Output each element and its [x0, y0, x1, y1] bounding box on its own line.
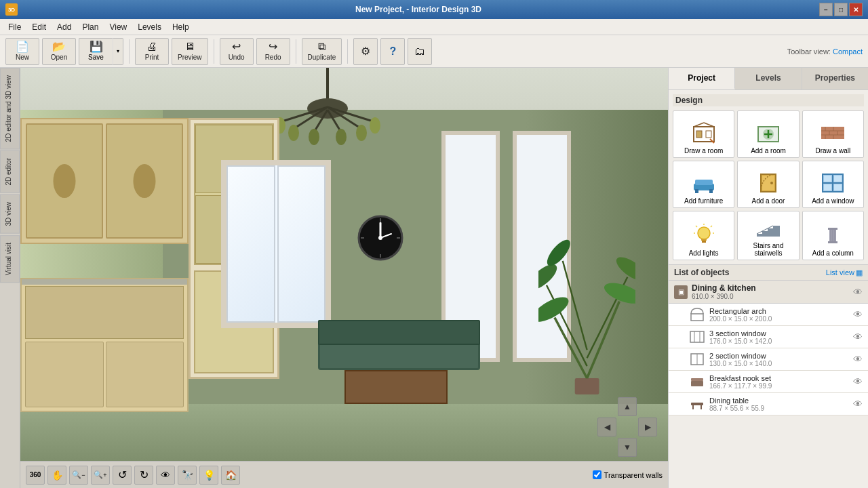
undo-button[interactable]: ↩ Undo	[220, 38, 254, 65]
separator-3	[296, 39, 296, 64]
2-window-visibility[interactable]: 👁	[853, 354, 863, 365]
zoom-out-button[interactable]: 🔍−	[69, 466, 88, 485]
menu-levels[interactable]: Levels	[132, 21, 167, 33]
item-rect-arch[interactable]: Rectangular arch 200.0 × 15.0 × 200.0 👁	[669, 304, 868, 326]
new-button[interactable]: 📄 New	[5, 38, 39, 65]
list-view-button[interactable]: List view ▦	[826, 268, 863, 277]
rotate-ccw-button[interactable]: ↺	[113, 466, 132, 485]
item-2-section-window[interactable]: 2 section window 130.0 × 15.0 × 140.0 👁	[669, 348, 868, 371]
nook-visibility[interactable]: 👁	[853, 376, 863, 387]
compact-link[interactable]: Compact	[833, 47, 863, 56]
svg-rect-37	[706, 131, 711, 138]
walk-button[interactable]: 🔭	[178, 466, 197, 485]
tab-project[interactable]: Project	[669, 68, 735, 89]
svg-point-13	[336, 129, 347, 145]
add-furniture-button[interactable]: Add furniture	[673, 161, 734, 208]
look-button[interactable]: 👁	[156, 466, 175, 485]
menu-help[interactable]: Help	[167, 21, 195, 33]
svg-line-72	[696, 226, 697, 227]
settings-button[interactable]: ⚙	[353, 38, 378, 65]
navigation-arrows: ▲ ◀ ▶ ▼	[597, 397, 657, 457]
add-window-icon	[819, 171, 846, 195]
svg-rect-43	[821, 127, 844, 139]
rotate-cw-button[interactable]: ↻	[134, 466, 153, 485]
maximize-button[interactable]: □	[834, 3, 848, 16]
toolbar: 📄 New 📂 Open 💾 Save ▾ 🖨 Print 🖥 Preview …	[0, 35, 868, 68]
item-3-section-window[interactable]: 3 section window 176.0 × 15.0 × 142.0 👁	[669, 326, 868, 348]
group-dining-visibility[interactable]: 👁	[853, 287, 863, 298]
tab-properties[interactable]: Properties	[802, 68, 868, 89]
print-icon: 🖨	[146, 41, 157, 52]
new-icon: 📄	[16, 41, 29, 52]
dining-table-visibility[interactable]: 👁	[853, 399, 863, 409]
menu-add[interactable]: Add	[52, 21, 77, 33]
menu-plan[interactable]: Plan	[77, 21, 104, 33]
tab-levels[interactable]: Levels	[735, 68, 802, 89]
draw-wall-button[interactable]: Draw a wall	[802, 110, 864, 158]
separator-2	[214, 39, 214, 64]
add-lights-button[interactable]: Add lights	[673, 211, 734, 260]
arch-visibility[interactable]: 👁	[853, 309, 863, 320]
menu-file[interactable]: File	[3, 21, 26, 33]
gallery-icon: 🗂	[414, 46, 425, 57]
tab-2d-3d-view[interactable]: 2D editor and 3D view	[0, 68, 20, 149]
objects-section-title: List of objects	[674, 268, 729, 277]
home-button[interactable]: 🏠	[221, 466, 240, 485]
save-icon: 💾	[90, 41, 103, 52]
objects-list[interactable]: ▣ Dining & kitchen 610.0 × 390.0 👁 Recta…	[669, 281, 868, 488]
menu-edit[interactable]: Edit	[26, 21, 52, 33]
svg-line-80	[762, 228, 768, 231]
minimize-button[interactable]: −	[819, 3, 833, 16]
help-button[interactable]: ?	[380, 38, 405, 65]
add-door-button[interactable]: Add a door	[737, 161, 799, 208]
item-dining-table[interactable]: Dining table 88.7 × 55.6 × 55.9 👁	[669, 393, 868, 415]
save-button[interactable]: 💾 Save	[79, 38, 113, 65]
item-breakfast-nook[interactable]: Breakfast nook set 166.7 × 117.7 × 99.9 …	[669, 371, 868, 393]
svg-rect-36	[696, 131, 702, 138]
group-dining-kitchen[interactable]: ▣ Dining & kitchen 610.0 × 390.0 👁	[669, 281, 868, 304]
svg-rect-77	[768, 228, 773, 237]
undo-label: Undo	[229, 54, 245, 61]
arch-name: Rectangular arch	[709, 307, 849, 315]
menu-view[interactable]: View	[104, 21, 132, 33]
bench-back	[318, 320, 480, 345]
duplicate-button[interactable]: ⧉ Duplicate	[302, 38, 342, 65]
viewport[interactable]: ▲ ◀ ▶ ▼ 360 ✋ 🔍− 🔍+ ↺ ↻ 👁 🔭 💡 🏠	[20, 68, 668, 488]
tab-virtual-visit[interactable]: Virtual visit	[0, 235, 20, 283]
move-right-button[interactable]: ▶	[638, 418, 657, 436]
draw-room-button[interactable]: Draw a room	[673, 110, 734, 158]
move-down-button[interactable]: ▼	[618, 438, 637, 457]
light-button[interactable]: 💡	[199, 466, 218, 485]
stairs-button[interactable]: Stairs and stairwells	[737, 211, 799, 260]
upper-cabinet	[20, 118, 189, 244]
add-window-button[interactable]: Add a window	[802, 161, 864, 208]
preview-button[interactable]: 🖥 Preview	[172, 38, 208, 65]
print-button[interactable]: 🖨 Print	[135, 38, 169, 65]
zoom-in-button[interactable]: 🔍+	[91, 466, 110, 485]
tab-3d-view[interactable]: 3D view	[0, 195, 20, 234]
transparent-walls-checkbox[interactable]	[593, 470, 601, 479]
draw-room-icon	[690, 121, 717, 145]
close-button[interactable]: ✕	[849, 3, 863, 16]
empty-cell-tr	[638, 397, 657, 416]
draw-wall-icon	[819, 121, 846, 145]
transparent-walls-label[interactable]: Transparent walls	[604, 471, 663, 479]
dining-table-icon	[689, 396, 705, 412]
tab-2d-editor[interactable]: 2D editor	[0, 150, 20, 193]
transparent-walls-control: Transparent walls	[593, 470, 663, 479]
plant	[538, 223, 635, 412]
add-room-button[interactable]: Add a room	[737, 110, 799, 158]
add-column-button[interactable]: Add a column	[802, 211, 864, 260]
dining-table-size: 88.7 × 55.6 × 55.9	[709, 405, 849, 412]
360-button[interactable]: 360	[26, 466, 45, 485]
open-button[interactable]: 📂 Open	[42, 38, 76, 65]
save-dropdown[interactable]: ▾	[113, 38, 123, 65]
redo-button[interactable]: ↪ Redo	[256, 38, 290, 65]
3-window-visibility[interactable]: 👁	[853, 331, 863, 342]
add-column-label: Add a column	[812, 249, 854, 257]
gallery-button[interactable]: 🗂	[408, 38, 432, 65]
arch-size: 200.0 × 15.0 × 200.0	[709, 315, 849, 323]
move-up-button[interactable]: ▲	[618, 397, 637, 416]
pan-button[interactable]: ✋	[47, 466, 66, 485]
move-left-button[interactable]: ◀	[597, 418, 616, 436]
